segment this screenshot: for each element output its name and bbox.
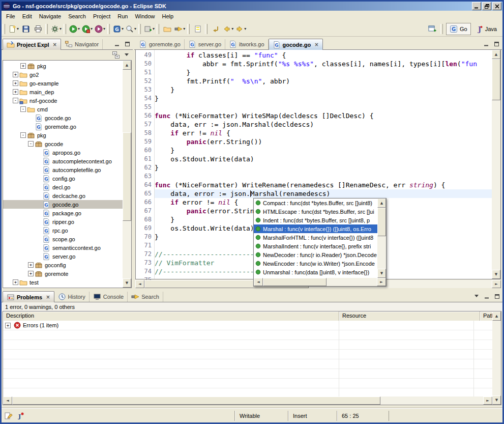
code-line-65[interactable]: data, error := json.Marshal(renamedescs) <box>155 189 492 198</box>
scroll-right-button[interactable]: ► <box>483 397 492 405</box>
toolbar-open-go-type-button[interactable]: ▾ <box>125 23 137 35</box>
tab-gocode-go[interactable]: Ggocode.go× <box>269 39 323 50</box>
toolbar-open-resource-button[interactable] <box>161 23 173 35</box>
close-button[interactable] <box>492 2 501 10</box>
code-line-53[interactable]: } <box>155 86 492 94</box>
code-line-56[interactable]: func (*NiceFormatter) WriteSMap(decldesc… <box>155 111 492 120</box>
scrollbar-thumb[interactable] <box>492 59 500 100</box>
tree-item-apropos-go[interactable]: Gapropos.go <box>3 148 123 157</box>
dropdown-arrow-icon[interactable]: ▾ <box>78 26 80 31</box>
view-menu-button[interactable] <box>123 51 131 59</box>
tab-itworks-go[interactable]: Gitworks.go <box>225 39 269 49</box>
restore-button[interactable] <box>482 2 491 10</box>
tab-history[interactable]: History <box>54 292 90 302</box>
plus-expander-icon[interactable]: + <box>28 271 34 276</box>
tree-item-goconfig[interactable]: +goconfig <box>3 261 123 269</box>
scrollbar-thumb[interactable] <box>377 208 386 236</box>
collapse-all-button[interactable] <box>112 51 120 59</box>
code-line-63[interactable] <box>155 172 492 181</box>
maximize-view-button[interactable] <box>493 293 501 300</box>
toolbar-toggle-mark-occurrences-button[interactable] <box>192 23 204 35</box>
scroll-left-button[interactable]: ◄ <box>254 278 263 286</box>
toolbar-new-java-element-button[interactable]: ▾ <box>143 23 156 35</box>
scrollbar-track[interactable] <box>12 397 483 405</box>
tab-console[interactable]: Console <box>90 292 128 302</box>
close-icon[interactable]: × <box>46 294 50 300</box>
scroll-up-button[interactable]: ▲ <box>123 61 131 70</box>
tree-item-autocompletefile-go[interactable]: Gautocompletefile.go <box>3 165 123 174</box>
perspective-go-button[interactable]: GGo <box>446 23 471 35</box>
popup-hscrollbar[interactable]: ◄► <box>254 278 386 286</box>
code-line-61[interactable]: os.Stdout.Write(data) <box>155 155 492 163</box>
dropdown-arrow-icon[interactable]: ▾ <box>103 26 105 31</box>
toolbar-run-button[interactable]: ▾ <box>68 23 81 35</box>
column-header-path[interactable]: Path <box>480 312 492 321</box>
tree-item-rpc-go[interactable]: Grpc.go <box>3 226 123 235</box>
titlebar[interactable]: Go - nsf-gocode/src/pkg/gocode/gocode.go… <box>2 2 502 11</box>
code-line-60[interactable]: } <box>155 146 492 155</box>
minus-expander-icon[interactable]: - <box>20 106 26 112</box>
code-line-64[interactable]: func (*NiceFormatter) WriteRename(rename… <box>155 181 492 189</box>
close-icon[interactable]: × <box>314 42 318 47</box>
completion-item[interactable]: Unmarshal : func(data []uint8, v interfa… <box>254 268 377 276</box>
minus-expander-icon[interactable]: - <box>28 141 34 147</box>
tree-item-go-example[interactable]: +go-example <box>3 79 123 88</box>
maximize-view-button[interactable] <box>492 40 500 47</box>
tree-item-cmd[interactable]: -cmd <box>3 105 123 114</box>
dropdown-arrow-icon[interactable]: ▾ <box>183 26 185 31</box>
scroll-right-button[interactable]: ► <box>377 278 386 286</box>
toolbar-new-button[interactable]: ▾ <box>7 23 20 35</box>
dropdown-arrow-icon[interactable]: ▾ <box>91 26 93 31</box>
scrollbar-thumb[interactable] <box>263 278 327 286</box>
code-line-50[interactable]: abbr = fmt.Sprintf("%s %s%s", classes[i]… <box>155 60 492 68</box>
minimize-view-button[interactable] <box>113 40 121 47</box>
code-line-59[interactable]: panic(err.String()) <box>155 137 492 146</box>
open-perspective-button[interactable] <box>426 23 438 35</box>
tree-item-gocode-go[interactable]: Ggocode.go <box>3 200 123 209</box>
scroll-right-button[interactable]: ► <box>492 280 501 288</box>
code-line-51[interactable]: } <box>155 68 492 77</box>
scroll-down-button[interactable]: ▼ <box>492 270 500 279</box>
tree-item-config-go[interactable]: Gconfig.go <box>3 174 123 183</box>
perspective-java-button[interactable]: JJava <box>472 23 500 35</box>
scrollbar-thumb[interactable] <box>123 132 131 221</box>
toolbar-last-edit-location-button[interactable] <box>210 23 222 35</box>
dropdown-arrow-icon[interactable]: ▾ <box>244 26 246 31</box>
column-header-description[interactable]: Description <box>3 312 339 321</box>
tree-item-go2[interactable]: +go2 <box>3 70 123 79</box>
tree-item-scope-go[interactable]: Gscope.go <box>3 235 123 243</box>
menu-navigate[interactable]: Navigate <box>36 12 65 21</box>
menu-view-button[interactable] <box>472 293 481 300</box>
menu-project[interactable]: Project <box>90 12 114 21</box>
plus-expander-icon[interactable]: + <box>20 63 26 69</box>
scrollbar-thumb[interactable] <box>12 397 380 405</box>
plus-expander-icon[interactable]: + <box>13 89 18 95</box>
dropdown-arrow-icon[interactable]: ▾ <box>231 26 233 31</box>
tree-item-semanticcontext-go[interactable]: Gsemanticcontext.go <box>3 243 123 252</box>
problems-hscrollbar[interactable]: ◄► <box>3 397 492 405</box>
scroll-up-button[interactable]: ▲ <box>377 199 386 208</box>
code-line-58[interactable]: if err != nil { <box>155 129 492 137</box>
scroll-down-button[interactable]: ▼ <box>377 269 386 278</box>
completion-item[interactable]: MarshalForHTML : func(v interface{}) ([]… <box>254 233 377 242</box>
scrollbar-track[interactable] <box>492 321 501 395</box>
tree-item-pkg[interactable]: +pkg <box>3 62 123 70</box>
editor-vscrollbar[interactable]: ▲▼ <box>492 50 500 279</box>
toolbar-back-button[interactable]: ▾ <box>222 23 234 35</box>
tab-server-go[interactable]: Gserver.go <box>185 39 225 49</box>
tree-item-test[interactable]: +test <box>3 278 123 287</box>
completion-item-selected[interactable]: Marshal : func(v interface{}) ([]uint8, … <box>254 224 377 233</box>
scroll-down-button[interactable]: ▼ <box>492 395 501 405</box>
tree-item-gocode-go[interactable]: Ggocode.go <box>3 114 123 122</box>
scroll-up-button[interactable]: ▲ <box>492 50 500 59</box>
toolbar-new-go-element-button[interactable]: G▾ <box>112 23 125 35</box>
scroll-up-button[interactable]: ▲ <box>492 312 501 321</box>
completion-item[interactable]: Compact : func(dst *bytes.Buffer, src []… <box>254 199 377 207</box>
toolbar-external-tools-button[interactable]: ▾ <box>50 23 63 35</box>
tree-item-goremote[interactable]: +goremote <box>3 269 123 278</box>
plus-expander-icon[interactable]: + <box>13 279 18 285</box>
completion-item[interactable]: Indent : func(dst *bytes.Buffer, src []u… <box>254 216 377 224</box>
dropdown-arrow-icon[interactable]: ▾ <box>122 26 124 31</box>
problems-vscrollbar[interactable]: ▲▼ <box>492 312 501 405</box>
dropdown-arrow-icon[interactable]: ▾ <box>17 26 19 31</box>
